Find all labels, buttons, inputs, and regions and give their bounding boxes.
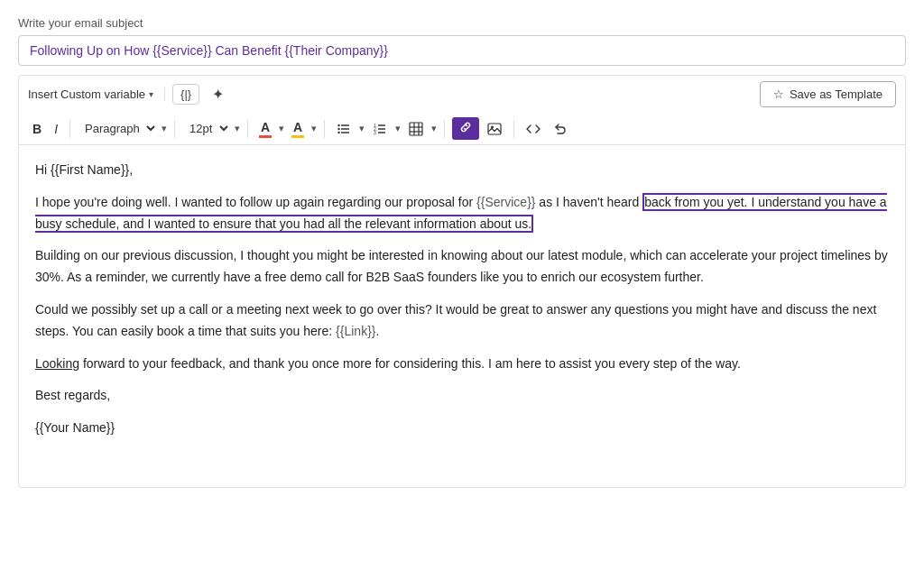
divider-5 (444, 120, 445, 138)
paragraph-5: Best regards, (35, 385, 889, 407)
curly-bracket-btn[interactable]: {|} (172, 84, 199, 105)
paragraph-2: Building on our previous discussion, I t… (35, 245, 889, 289)
highlight-color-bar (291, 135, 304, 138)
insert-custom-variable-chevron-icon: ▾ (149, 89, 153, 99)
email-editor-container: Write your email subject Insert Custom v… (0, 0, 924, 506)
service-variable: {{Service}} (476, 195, 535, 209)
divider-1 (69, 120, 70, 138)
paragraph-chevron-icon: ▾ (162, 123, 167, 134)
image-button[interactable] (483, 119, 506, 139)
font-color-button[interactable]: A (255, 118, 275, 140)
top-toolbar: Insert Custom variable ▾ {|} ✦ ☆ Save as… (18, 75, 906, 113)
insert-custom-variable-btn[interactable]: Insert Custom variable ▾ (28, 87, 165, 101)
unordered-list-button[interactable] (332, 119, 356, 139)
svg-point-3 (337, 124, 339, 125)
link-button[interactable] (452, 117, 479, 140)
paragraph-3: Could we possibly set up a call or a mee… (35, 299, 889, 343)
subject-input[interactable] (18, 35, 906, 66)
email-body-editor[interactable]: Hi {{First Name}}, I hope you're doing w… (18, 145, 906, 488)
format-toolbar: B I Paragraph Heading 1 Heading 2 ▾ 12pt… (18, 113, 906, 145)
star-icon: ☆ (773, 87, 784, 101)
svg-point-18 (491, 125, 494, 128)
selected-text-block: back from you yet. I understand you have… (35, 193, 887, 233)
paragraph-4: Looking forward to your feedback, and th… (35, 354, 889, 375)
greeting-paragraph: Hi {{First Name}}, (35, 160, 889, 181)
bold-button[interactable]: B (28, 119, 46, 139)
table-button[interactable] (404, 119, 428, 139)
paragraph-1: I hope you're doing well. I wanted to fo… (35, 192, 889, 235)
magic-wand-icon[interactable]: ✦ (207, 83, 229, 106)
italic-button[interactable]: I (50, 119, 62, 139)
unordered-list-chevron-icon: ▾ (359, 123, 365, 134)
divider-2 (174, 120, 175, 138)
paragraph-6: {{Your Name}} (35, 418, 889, 439)
font-color-bar (259, 135, 272, 138)
divider-3 (247, 120, 248, 138)
svg-point-4 (337, 127, 339, 129)
highlight-color-chevron-icon: ▾ (311, 123, 317, 134)
paragraph-select[interactable]: Paragraph Heading 1 Heading 2 (78, 119, 158, 138)
code-button[interactable] (522, 119, 545, 139)
undo-button[interactable] (549, 119, 572, 139)
fontsize-chevron-icon: ▾ (235, 123, 240, 134)
table-chevron-icon: ▾ (431, 123, 437, 134)
font-color-chevron-icon: ▾ (279, 123, 284, 134)
svg-rect-12 (410, 123, 422, 135)
svg-rect-17 (488, 124, 501, 134)
link-variable: {{Link}} (336, 324, 375, 338)
ordered-list-button[interactable]: 1.2.3. (368, 119, 392, 139)
save-as-template-button[interactable]: ☆ Save as Template (760, 81, 896, 107)
subject-label: Write your email subject (18, 16, 906, 30)
divider-4 (324, 120, 325, 138)
highlight-color-button[interactable]: A (288, 118, 308, 140)
divider-6 (513, 120, 514, 138)
fontsize-select[interactable]: 12pt 10pt 14pt 16pt (182, 119, 231, 138)
svg-point-5 (337, 131, 339, 133)
ordered-list-chevron-icon: ▾ (395, 123, 401, 134)
looking-forward-text: Looking (35, 356, 79, 371)
svg-text:3.: 3. (374, 129, 377, 134)
